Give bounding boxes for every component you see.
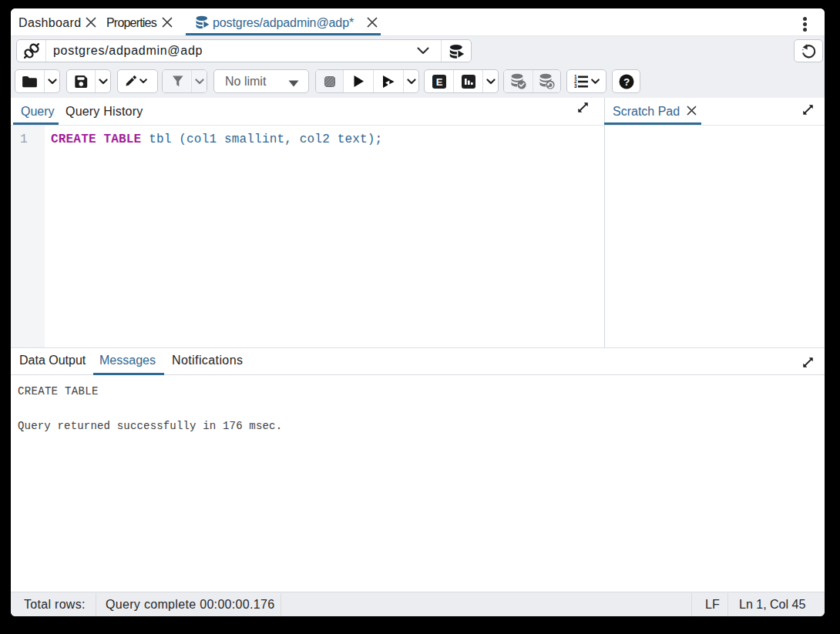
svg-text:3: 3 [574, 83, 577, 89]
svg-text:?: ? [623, 76, 629, 88]
svg-text:E: E [435, 76, 442, 88]
